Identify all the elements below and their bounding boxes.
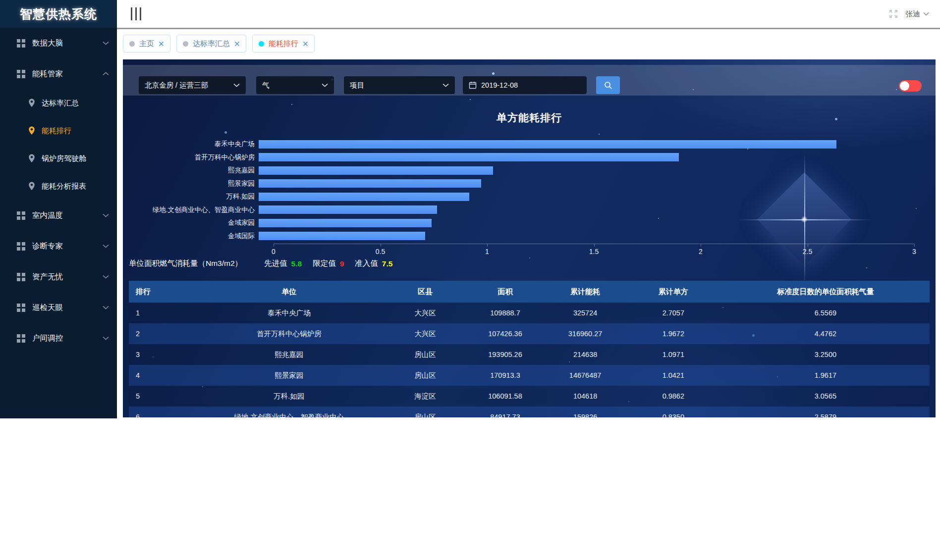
date-picker[interactable]: 2019-12-08 — [463, 76, 587, 94]
column-header-6: 累计单方 — [625, 281, 721, 303]
close-icon[interactable] — [234, 41, 240, 47]
table-cell: 0.9862 — [625, 386, 721, 407]
sidebar-subitem-energy-analysis-report[interactable]: 能耗分析报表 — [0, 172, 117, 200]
chart-bar-row: 首开万科中心锅炉房 — [138, 151, 903, 164]
chevron-down-icon — [103, 244, 109, 248]
sidebar-subitem-label: 能耗排行 — [42, 126, 71, 136]
tabbar: 主页达标率汇总能耗排行 — [117, 28, 940, 58]
fullscreen-icon[interactable] — [888, 9, 898, 19]
energy-type-select-value: 气 — [262, 81, 317, 90]
table-row[interactable]: 4熙景家园房山区170913.3146764871.04211.9617 — [129, 365, 930, 386]
chart-bar-row: 万科.如园 — [138, 190, 903, 204]
search-icon — [604, 81, 612, 90]
sidebar-item-label: 户间调控 — [32, 333, 103, 344]
legend-entry-value: 7.5 — [382, 259, 393, 268]
topbar-right: 张迪 — [888, 0, 929, 28]
chart-bar[interactable] — [259, 205, 437, 214]
chart-bar-track — [259, 166, 899, 175]
table-row[interactable]: 5万科.如园海淀区106091.581046180.98623.0565 — [129, 386, 930, 407]
org-select[interactable]: 北京金房 / 运营三部 — [139, 76, 246, 94]
table-cell: 首开万科中心锅炉房 — [193, 323, 385, 344]
table-cell: 绿地.文创商业中心、智盈商业中心 — [193, 407, 385, 417]
calendar-icon — [469, 81, 477, 89]
sidebar-subitem-boiler-room-cockpit[interactable]: 锅炉房驾驶舱 — [0, 145, 117, 172]
table-cell: 104618 — [545, 386, 625, 407]
table-row[interactable]: 1泰禾中央广场大兴区109888.73257242.70576.5569 — [129, 303, 930, 323]
axis-tick-label: 0 — [272, 248, 276, 255]
legend-limit: 限定值 9 — [313, 258, 344, 269]
chevron-down-icon — [103, 213, 109, 217]
table-row[interactable]: 6绿地.文创商业中心、智盈商业中心房山区84917.731598260.8350… — [129, 407, 930, 417]
chart-bar[interactable] — [259, 153, 679, 161]
table-cell: 万科.如园 — [193, 386, 385, 407]
legend-limit-label: 限定值 — [313, 258, 336, 269]
search-button[interactable] — [596, 76, 620, 94]
chart-bar-track — [259, 153, 899, 161]
legend-limit-value: 9 — [340, 259, 344, 268]
grid-icon — [17, 242, 25, 251]
chart-bar[interactable] — [259, 140, 836, 149]
chart-bar[interactable] — [259, 166, 493, 175]
sidebar-item-diagnosis-expert[interactable]: 诊断专家 — [0, 231, 117, 261]
page: 智慧供热系统 数据大脑能耗管家达标率汇总能耗排行锅炉房驾驶舱能耗分析报表室内温度… — [0, 0, 940, 560]
tab-label: 能耗排行 — [269, 39, 298, 49]
tab-home[interactable]: 主页 — [123, 35, 170, 52]
table-cell: 1.0421 — [625, 365, 721, 386]
axis-tick — [594, 244, 595, 247]
tab-energy-ranking[interactable]: 能耗排行 — [252, 35, 315, 52]
chevron-down-icon — [923, 12, 929, 16]
chart-bar[interactable] — [259, 179, 481, 188]
tab-status-dot — [183, 41, 188, 47]
table-cell: 5 — [129, 386, 193, 407]
grid-icon — [17, 334, 25, 343]
sidebar-item-data-brain[interactable]: 数据大脑 — [0, 28, 117, 58]
energy-type-select[interactable]: 气 — [256, 76, 334, 94]
sidebar-item-indoor-temperature[interactable]: 室内温度 — [0, 200, 117, 231]
org-select-value: 北京金房 / 运营三部 — [145, 81, 228, 90]
chart-bar-row: 泰禾中央广场 — [138, 138, 903, 151]
table-row[interactable]: 2首开万科中心锅炉房大兴区107426.36316960.271.96724.4… — [129, 323, 930, 344]
chart-bar-row: 金域家园 — [138, 216, 903, 230]
chart-category-label: 首开万科中心锅炉房 — [138, 153, 259, 162]
axis-tick — [274, 244, 274, 247]
view-toggle[interactable] — [899, 80, 922, 92]
sidebar-item-energy-manager[interactable]: 能耗管家 — [0, 58, 117, 89]
table-cell: 316960.27 — [545, 323, 625, 344]
table-cell: 107426.36 — [465, 323, 546, 344]
chart-title: 单方能耗排行 — [123, 111, 936, 125]
pin-icon — [28, 154, 36, 163]
chart-bar-track — [259, 232, 899, 240]
sidebar-item-household-regulation[interactable]: 户间调控 — [0, 323, 117, 354]
chart-bar[interactable] — [259, 232, 425, 240]
close-icon[interactable] — [159, 41, 164, 47]
table-cell: 193905.26 — [465, 344, 546, 365]
chart-bar[interactable] — [259, 219, 432, 227]
table-cell: 2.7057 — [625, 303, 721, 323]
chart-category-label: 绿地.文创商业中心、智盈商业中心 — [138, 205, 259, 214]
sidebar-subitem-energy-ranking[interactable]: 能耗排行 — [0, 117, 117, 145]
sidebar-item-asset-worry-free[interactable]: 资产无忧 — [0, 261, 117, 292]
chevron-down-icon — [103, 305, 109, 309]
project-select[interactable]: 项目 — [344, 76, 455, 94]
pin-icon — [28, 182, 36, 191]
chart-category-label: 金域家园 — [138, 218, 259, 227]
sidebar-item-inspection-sky-eye[interactable]: 巡检天眼 — [0, 292, 117, 323]
chart-bar[interactable] — [259, 193, 469, 201]
table-cell: 4 — [129, 365, 193, 386]
chart-bar-track — [259, 140, 899, 149]
legend-advanced-label: 先进值 — [264, 258, 287, 269]
sidebar-subitem-compliance-rate-summary[interactable]: 达标率汇总 — [0, 89, 117, 117]
sidebar-item-label: 数据大脑 — [32, 38, 103, 49]
tab-compliance-rate-summary[interactable]: 达标率汇总 — [176, 35, 246, 52]
user-menu[interactable]: 张迪 — [905, 9, 929, 19]
table-row[interactable]: 3熙兆嘉园房山区193905.262146381.09713.2500 — [129, 344, 930, 365]
column-header-2: 单位 — [193, 281, 385, 303]
table-cell: 106091.58 — [465, 386, 546, 407]
sidebar-subitem-label: 锅炉房驾驶舱 — [42, 154, 86, 163]
chart-category-label: 金域国际 — [138, 232, 259, 241]
close-icon[interactable] — [303, 41, 308, 47]
collapse-menu-icon[interactable] — [131, 7, 141, 20]
legend-entry: 准入值 7.5 — [355, 258, 392, 269]
table-cell: 3.0565 — [721, 386, 930, 407]
axis-tick-label: 1.5 — [589, 248, 599, 255]
